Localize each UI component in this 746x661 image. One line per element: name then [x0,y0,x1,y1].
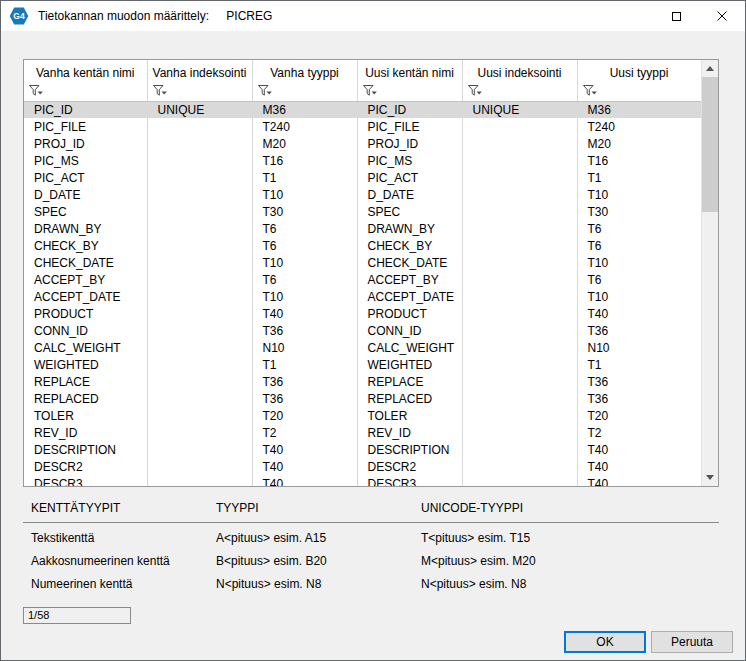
filter-icon[interactable] [152,84,167,97]
table-cell[interactable] [147,390,252,407]
table-cell[interactable] [147,220,252,237]
filter-icon[interactable] [362,84,377,97]
table-cell[interactable] [147,118,252,135]
table-cell[interactable] [462,475,577,486]
table-cell[interactable]: CHECK_BY [357,237,462,254]
column-header-1[interactable]: Vanha kentän nimi [24,60,147,83]
table-cell[interactable] [462,118,577,135]
table-row[interactable]: REPLACET36REPLACET36 [24,373,701,390]
table-cell[interactable]: M20 [252,135,357,152]
table-row[interactable]: D_DATET10D_DATET10 [24,186,701,203]
table-cell[interactable] [462,220,577,237]
table-cell[interactable]: REV_ID [24,424,147,441]
table-cell[interactable] [462,424,577,441]
table-cell[interactable] [147,424,252,441]
table-cell[interactable]: T40 [577,458,701,475]
table-row[interactable]: PIC_FILET240PIC_FILET240 [24,118,701,135]
table-cell[interactable] [147,254,252,271]
table-row[interactable]: PIC_MST16PIC_MST16 [24,152,701,169]
table-cell[interactable]: T6 [252,237,357,254]
close-button[interactable] [699,1,745,31]
scroll-down-button[interactable] [702,469,718,486]
table-row[interactable]: ACCEPT_BYT6ACCEPT_BYT6 [24,271,701,288]
table-cell[interactable] [147,169,252,186]
table-cell[interactable]: REPLACED [24,390,147,407]
column-header-6[interactable]: Uusi tyyppi [577,60,701,83]
table-cell[interactable]: T1 [252,356,357,373]
table-row[interactable]: REPLACEDT36REPLACEDT36 [24,390,701,407]
table-row[interactable]: ACCEPT_DATET10ACCEPT_DATET10 [24,288,701,305]
table-cell[interactable] [462,356,577,373]
table-cell[interactable] [147,288,252,305]
table-cell[interactable] [147,271,252,288]
table-cell[interactable]: T240 [577,118,701,135]
table-cell[interactable]: SPEC [24,203,147,220]
table-cell[interactable]: PIC_FILE [24,118,147,135]
table-cell[interactable]: T40 [577,441,701,458]
table-cell[interactable]: T16 [577,152,701,169]
table-cell[interactable]: ACCEPT_DATE [357,288,462,305]
table-cell[interactable]: CHECK_DATE [24,254,147,271]
table-cell[interactable]: T2 [577,424,701,441]
table-cell[interactable] [147,203,252,220]
table-cell[interactable]: CALC_WEIGHT [357,339,462,356]
table-cell[interactable]: REPLACE [357,373,462,390]
table-cell[interactable] [462,458,577,475]
table-cell[interactable] [462,135,577,152]
vertical-scrollbar[interactable] [701,60,718,486]
table-cell[interactable]: DESCRIPTION [24,441,147,458]
table-cell[interactable]: REV_ID [357,424,462,441]
table-row[interactable]: SPECT30SPECT30 [24,203,701,220]
table-row[interactable]: DRAWN_BYT6DRAWN_BYT6 [24,220,701,237]
table-cell[interactable] [462,288,577,305]
table-cell[interactable]: T6 [577,271,701,288]
table-row[interactable]: DESCRIPTIONT40DESCRIPTIONT40 [24,441,701,458]
filter-icon[interactable] [467,84,482,97]
filter-icon[interactable] [257,84,272,97]
table-cell[interactable]: DESCR3 [357,475,462,486]
table-cell[interactable]: N10 [252,339,357,356]
table-row[interactable]: PIC_ACTT1PIC_ACTT1 [24,169,701,186]
table-cell[interactable] [147,356,252,373]
table-cell[interactable]: SPEC [357,203,462,220]
table-cell[interactable]: CALC_WEIGHT [24,339,147,356]
table-cell[interactable]: T6 [577,220,701,237]
table-cell[interactable] [462,254,577,271]
table-cell[interactable]: T40 [577,305,701,322]
table-cell[interactable] [147,458,252,475]
table-cell[interactable]: WEIGHTED [357,356,462,373]
maximize-button[interactable] [653,1,699,31]
table-row[interactable]: DESCR3T40DESCR3T40 [24,475,701,486]
table-cell[interactable]: T40 [577,475,701,486]
table-cell[interactable]: T20 [577,407,701,424]
scroll-thumb[interactable] [702,77,718,212]
table-cell[interactable]: CHECK_DATE [357,254,462,271]
table-cell[interactable]: ACCEPT_BY [357,271,462,288]
titlebar[interactable]: G4 Tietokannan muodon määrittely: PICREG [1,1,745,31]
column-header-2[interactable]: Vanha indeksointi [147,60,252,83]
table-cell[interactable]: UNIQUE [462,101,577,118]
table-cell[interactable]: DESCR3 [24,475,147,486]
table-cell[interactable] [147,135,252,152]
table-cell[interactable]: T1 [252,169,357,186]
table-cell[interactable]: T10 [252,254,357,271]
table-cell[interactable]: T2 [252,424,357,441]
table-cell[interactable]: T10 [577,254,701,271]
table-cell[interactable]: DESCR2 [24,458,147,475]
table-cell[interactable]: PRODUCT [357,305,462,322]
table-cell[interactable]: T36 [577,390,701,407]
table-cell[interactable] [462,186,577,203]
column-header-4[interactable]: Uusi kentän nimi [357,60,462,83]
table-row[interactable]: CHECK_DATET10CHECK_DATET10 [24,254,701,271]
table-cell[interactable] [462,339,577,356]
table-row[interactable]: CONN_IDT36CONN_IDT36 [24,322,701,339]
table-cell[interactable]: T6 [577,237,701,254]
table-cell[interactable]: PROJ_ID [24,135,147,152]
table-row[interactable]: REV_IDT2REV_IDT2 [24,424,701,441]
table-cell[interactable]: T40 [252,441,357,458]
table-cell[interactable]: M20 [577,135,701,152]
table-cell[interactable]: T36 [577,322,701,339]
table-cell[interactable]: PIC_MS [357,152,462,169]
table-cell[interactable]: T40 [252,305,357,322]
table-cell[interactable] [462,407,577,424]
